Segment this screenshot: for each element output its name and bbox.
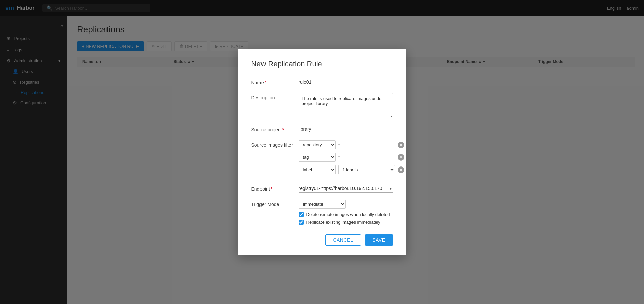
description-textarea[interactable]: The rule is used to replicate images und…: [299, 93, 393, 117]
source-images-filter-field: repository tag label ✕ repository tag la…: [299, 140, 404, 178]
source-images-filter-label: Source images filter: [251, 140, 299, 148]
form-row-name: Name*: [251, 78, 393, 86]
form-row-source-project: Source project*: [251, 125, 393, 133]
filter-row-label: repository tag label 1 labels ✕: [299, 165, 404, 174]
description-field: The rule is used to replicate images und…: [299, 93, 393, 118]
filter-clear-button-1[interactable]: ✕: [398, 154, 404, 161]
filter-type-select-1[interactable]: repository tag label: [299, 153, 336, 162]
trigger-options: Delete remote images when locally delete…: [299, 212, 393, 225]
delete-remote-row: Delete remote images when locally delete…: [299, 212, 393, 217]
filter-clear-button-0[interactable]: ✕: [398, 142, 404, 148]
replicate-existing-row: Replicate existing images immediately: [299, 220, 393, 225]
endpoint-label: Endpoint*: [251, 184, 299, 192]
source-project-label: Source project*: [251, 125, 299, 132]
name-input[interactable]: [299, 78, 393, 86]
replicate-existing-label: Replicate existing images immediately: [306, 220, 380, 225]
new-replication-rule-modal: New Replication Rule Name* Description T…: [238, 49, 406, 255]
filter-row-tag: repository tag label ✕: [299, 153, 404, 162]
form-row-description: Description The rule is used to replicat…: [251, 93, 393, 118]
labels-select[interactable]: 1 labels: [338, 165, 395, 174]
trigger-mode-label: Trigger Mode: [251, 200, 299, 207]
filter-value-input-1[interactable]: [338, 153, 395, 161]
form-row-endpoint: Endpoint* registry01-https://harbor.10.1…: [251, 184, 393, 193]
replicate-existing-checkbox[interactable]: [299, 220, 304, 225]
modal-footer: CANCEL SAVE: [251, 234, 393, 246]
trigger-mode-select[interactable]: Immediate Scheduled Event Based: [299, 200, 346, 209]
modal-overlay: New Replication Rule Name* Description T…: [0, 0, 644, 304]
filter-type-select-0[interactable]: repository tag label: [299, 140, 336, 149]
save-button[interactable]: SAVE: [365, 234, 393, 246]
modal-title: New Replication Rule: [251, 60, 393, 68]
cancel-button[interactable]: CANCEL: [325, 234, 361, 246]
endpoint-field: registry01-https://harbor.10.192.150.170: [299, 184, 393, 193]
name-field: [299, 78, 393, 86]
form-row-source-images-filter: Source images filter repository tag labe…: [251, 140, 393, 178]
source-project-input[interactable]: [299, 125, 393, 133]
filter-row-repository: repository tag label ✕: [299, 140, 404, 149]
description-label: Description: [251, 93, 299, 100]
endpoint-select[interactable]: registry01-https://harbor.10.192.150.170: [299, 184, 393, 193]
form-row-trigger-mode: Trigger Mode Immediate Scheduled Event B…: [251, 200, 393, 225]
delete-remote-checkbox[interactable]: [299, 212, 304, 217]
name-label: Name*: [251, 78, 299, 85]
delete-remote-label: Delete remote images when locally delete…: [306, 212, 390, 217]
filter-value-input-0[interactable]: [338, 141, 395, 149]
trigger-mode-field: Immediate Scheduled Event Based Delete r…: [299, 200, 393, 225]
source-project-field: [299, 125, 393, 133]
filter-clear-button-2[interactable]: ✕: [398, 166, 404, 173]
filter-type-select-2[interactable]: repository tag label: [299, 165, 336, 174]
